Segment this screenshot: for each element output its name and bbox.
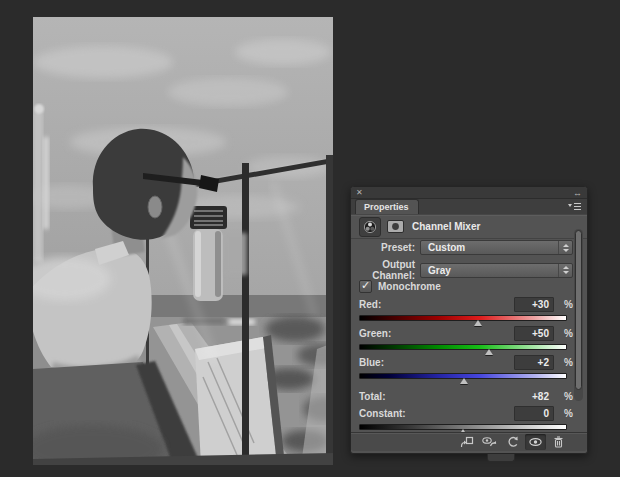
preset-label: Preset:	[359, 242, 415, 253]
panel-drag-grip[interactable]	[487, 454, 515, 462]
green-row: Green: +50 %	[359, 326, 573, 341]
preset-value: Custom	[428, 242, 465, 253]
delete-icon[interactable]	[548, 434, 569, 450]
monochrome-row: ✓ Monochrome	[359, 280, 573, 293]
preset-dropdown[interactable]: Custom	[420, 240, 573, 255]
red-row: Red: +30 %	[359, 297, 573, 312]
panel-menu-icon[interactable]	[567, 202, 582, 211]
monochrome-label: Monochrome	[378, 281, 441, 292]
green-value-field[interactable]: +50	[514, 326, 554, 341]
close-icon[interactable]: ✕	[356, 189, 363, 197]
constant-label: Constant:	[359, 408, 406, 419]
total-row: Total: +82 %	[359, 389, 573, 404]
green-slider-track[interactable]	[359, 344, 567, 350]
blue-unit: %	[563, 357, 573, 368]
panel-titlebar[interactable]: ✕ ↔	[351, 187, 587, 199]
output-channel-dropdown[interactable]: Gray	[420, 263, 573, 278]
view-previous-state-icon[interactable]	[479, 434, 500, 450]
collapse-panel-icon[interactable]: ↔	[573, 189, 582, 197]
dropdown-stepper-icon	[558, 264, 572, 277]
total-value: +82	[514, 389, 554, 404]
photo-man-ear	[148, 196, 162, 218]
preset-row: Preset: Custom	[359, 240, 573, 255]
constant-slider-track[interactable]	[359, 424, 567, 430]
total-unit: %	[563, 391, 573, 402]
reset-icon[interactable]	[502, 434, 523, 450]
blue-value-field[interactable]: +2	[514, 355, 554, 370]
monochrome-checkbox[interactable]: ✓	[359, 280, 372, 293]
panel-bottom-toolbar	[351, 432, 587, 451]
green-unit: %	[563, 328, 573, 339]
red-unit: %	[563, 299, 573, 310]
photo-illustration	[33, 17, 333, 465]
red-slider-track[interactable]	[359, 315, 567, 321]
red-label: Red:	[359, 299, 381, 310]
constant-value-field[interactable]: 0	[514, 406, 554, 421]
dropdown-stepper-icon	[558, 241, 572, 254]
blue-label: Blue:	[359, 357, 384, 368]
red-value-field[interactable]: +30	[514, 297, 554, 312]
panel-content: Preset: Custom Output Channel: Gray ✓	[351, 236, 587, 433]
blue-row: Blue: +2 %	[359, 355, 573, 370]
panel-scrollbar[interactable]	[574, 229, 583, 401]
output-channel-row: Output Channel: Gray	[359, 259, 573, 281]
total-label: Total:	[359, 391, 385, 402]
panel-tabbar: Properties	[351, 199, 587, 215]
output-channel-label: Output Channel:	[337, 259, 415, 281]
check-icon: ✓	[361, 281, 370, 290]
scrollbar-thumb[interactable]	[575, 230, 582, 390]
output-channel-value: Gray	[428, 265, 451, 276]
green-label: Green:	[359, 328, 391, 339]
constant-unit: %	[563, 408, 573, 419]
adjustment-title: Channel Mixer	[412, 221, 480, 232]
tab-properties[interactable]: Properties	[355, 199, 419, 214]
properties-panel: ✕ ↔ Properties Channel Mixer Preset:	[350, 186, 588, 454]
channel-mixer-icon	[359, 217, 381, 237]
constant-row: Constant: 0 %	[359, 406, 573, 421]
clip-to-layer-icon[interactable]	[456, 434, 477, 450]
blue-slider-track[interactable]	[359, 373, 567, 379]
toggle-visibility-icon[interactable]	[525, 434, 546, 450]
blue-slider-thumb[interactable]	[460, 378, 468, 384]
document-canvas[interactable]	[33, 17, 333, 465]
layer-mask-icon	[387, 220, 404, 233]
